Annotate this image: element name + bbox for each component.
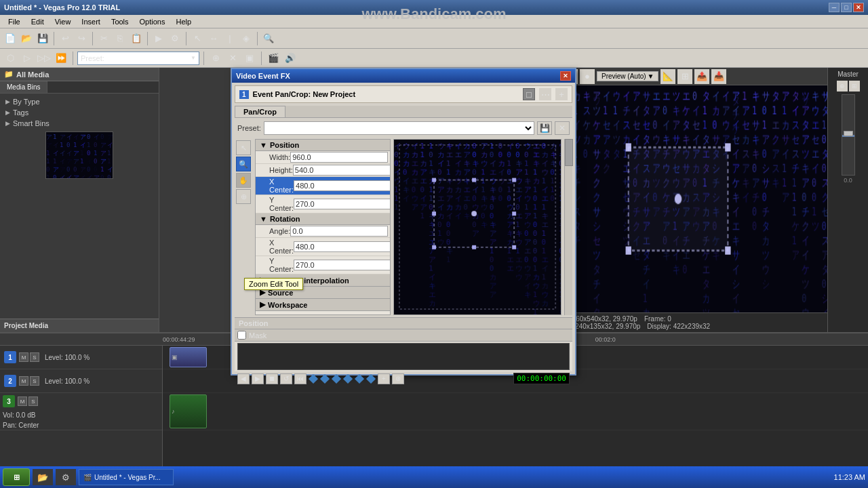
tool-zoom[interactable]: 🔍: [236, 157, 251, 171]
tb2-btn5[interactable]: ⊕: [208, 51, 223, 66]
tree-smart-bins[interactable]: ▶ Smart Bins: [3, 118, 156, 129]
kf-diamond-6[interactable]: [366, 373, 376, 383]
tb2-btn9[interactable]: 🔊: [283, 51, 298, 66]
master-fader[interactable]: [842, 94, 855, 176]
vegas-taskbar-item[interactable]: 🎬 Untitled * - Vegas Pr...: [79, 469, 174, 485]
preset-save-btn[interactable]: 💾: [537, 121, 552, 135]
paste-btn[interactable]: 📋: [129, 31, 144, 46]
fx-settings-btn[interactable]: ⋯: [539, 88, 551, 100]
stop-btn[interactable]: ⏹: [266, 373, 278, 384]
taskbar-btn2[interactable]: ⚙: [56, 469, 76, 485]
preview-btn4[interactable]: 📐: [660, 69, 675, 84]
save-btn[interactable]: 💾: [35, 31, 50, 46]
tb2-btn7[interactable]: ▣: [242, 51, 257, 66]
redo-btn[interactable]: ↪: [74, 31, 89, 46]
fx-bypass-btn[interactable]: □: [523, 88, 535, 100]
width-input[interactable]: [290, 152, 388, 163]
tb2-btn3[interactable]: ▷▷: [37, 51, 52, 66]
menu-options[interactable]: Options: [134, 17, 171, 26]
kf-diamond-5[interactable]: [355, 373, 364, 383]
kf-diamond-1[interactable]: [309, 373, 318, 383]
loop-btn[interactable]: ↺: [280, 373, 292, 384]
tool-pan[interactable]: ✋: [236, 173, 251, 188]
preview-auto-dropdown[interactable]: Preview (Auto) ▼: [597, 71, 658, 81]
none-dropdown[interactable]: Preset: ▼: [77, 52, 199, 65]
scrollbar-thumb[interactable]: [565, 139, 573, 166]
tb2-btn8[interactable]: 🎬: [266, 51, 281, 66]
menu-edit[interactable]: Edit: [26, 17, 50, 26]
play-btn2[interactable]: ▶: [252, 373, 264, 384]
solo-btn-3[interactable]: S: [28, 396, 38, 406]
position-group[interactable]: ▼ Position: [256, 140, 390, 151]
preview-btn5[interactable]: ⊞: [677, 69, 692, 84]
play-btn[interactable]: ◀: [237, 373, 250, 384]
workspace-group[interactable]: ▶ Workspace: [256, 299, 390, 311]
menu-help[interactable]: Help: [170, 17, 197, 26]
solo-btn-2[interactable]: S: [30, 376, 39, 386]
menu-tools[interactable]: Tools: [106, 17, 134, 26]
solo-btn-1[interactable]: S: [30, 352, 39, 362]
clip-1[interactable]: ▣: [170, 347, 207, 367]
properties-btn[interactable]: ⚙: [167, 31, 182, 46]
params-scrollbar[interactable]: [564, 139, 572, 315]
fx-add-btn[interactable]: +: [555, 88, 568, 100]
master-btn2[interactable]: ⊞: [849, 81, 860, 92]
minimize-btn[interactable]: ─: [829, 3, 840, 12]
clip-audio-1[interactable]: ♪: [170, 394, 207, 428]
render-btn[interactable]: ▶: [151, 31, 166, 46]
kf-diamond-2[interactable]: [320, 373, 330, 383]
maximize-btn[interactable]: □: [841, 3, 852, 12]
vfx-canvas-element[interactable]: [394, 140, 561, 314]
preview-btn7[interactable]: 📥: [711, 69, 726, 84]
kf-diamond-3[interactable]: [332, 373, 341, 383]
tb2-btn2[interactable]: ▷: [20, 51, 35, 66]
preset-dropdown[interactable]: [264, 121, 534, 135]
xcenter-row[interactable]: X Center:: [256, 177, 390, 195]
undo-btn[interactable]: ↩: [58, 31, 73, 46]
preview-btn3[interactable]: ●: [580, 69, 595, 84]
master-btn1[interactable]: ⊕: [837, 81, 848, 92]
mask-checkbox[interactable]: [237, 331, 246, 340]
select-btn[interactable]: ↖: [190, 31, 205, 46]
preset-delete-btn[interactable]: ✕: [555, 121, 570, 135]
tree-tags[interactable]: ▶ Tags: [3, 107, 156, 118]
start-button[interactable]: ⊞: [3, 468, 30, 486]
tb2-btn6[interactable]: ✕: [225, 51, 240, 66]
media-bins-tab[interactable]: Media Bins: [0, 81, 47, 93]
height-input[interactable]: [293, 165, 391, 176]
mute-btn-3[interactable]: M: [18, 396, 27, 406]
pan-crop-tab[interactable]: Pan/Crop: [235, 106, 285, 117]
project-media-label[interactable]: Project Media: [0, 319, 159, 332]
menu-view[interactable]: View: [50, 17, 77, 26]
angle-input[interactable]: [290, 226, 388, 237]
trim-btn[interactable]: ↔: [206, 31, 221, 46]
new-btn[interactable]: 📄: [3, 31, 18, 46]
rotation-group[interactable]: ▼ Rotation: [256, 214, 390, 225]
menu-file[interactable]: File: [3, 17, 26, 26]
preview-btn6[interactable]: 📤: [694, 69, 709, 84]
kf-diamond-4[interactable]: [343, 373, 353, 383]
rot-xcenter-input[interactable]: [294, 241, 391, 252]
mute-btn-1[interactable]: M: [19, 352, 28, 362]
vfx-close-btn[interactable]: ✕: [560, 71, 571, 81]
erase-btn[interactable]: ◈: [239, 31, 254, 46]
cut-btn[interactable]: ✂: [96, 31, 111, 46]
mute-btn-2[interactable]: M: [19, 376, 28, 386]
kf-add-btn[interactable]: +: [378, 373, 390, 384]
kf-sync-btn[interactable]: ⊛: [392, 373, 404, 384]
tool-select[interactable]: ↖: [236, 140, 251, 155]
tb2-btn1[interactable]: ⬡: [3, 51, 18, 66]
kf-timeline[interactable]: [237, 343, 570, 370]
copy-btn[interactable]: ⎘: [113, 31, 127, 46]
open-btn[interactable]: 📂: [19, 31, 34, 46]
chain-btn[interactable]: 1: [239, 90, 249, 99]
zoom-in-btn[interactable]: 🔍: [261, 31, 276, 46]
split-btn[interactable]: |: [222, 31, 237, 46]
tb2-btn4[interactable]: ⏩: [54, 51, 68, 66]
ycenter-input[interactable]: [294, 199, 391, 209]
close-btn[interactable]: ✕: [853, 3, 864, 12]
xcenter-input[interactable]: [294, 180, 391, 191]
rot-ycenter-input[interactable]: [294, 260, 391, 270]
menu-insert[interactable]: Insert: [76, 17, 106, 26]
tool-anchor[interactable]: ⊕: [236, 189, 251, 204]
